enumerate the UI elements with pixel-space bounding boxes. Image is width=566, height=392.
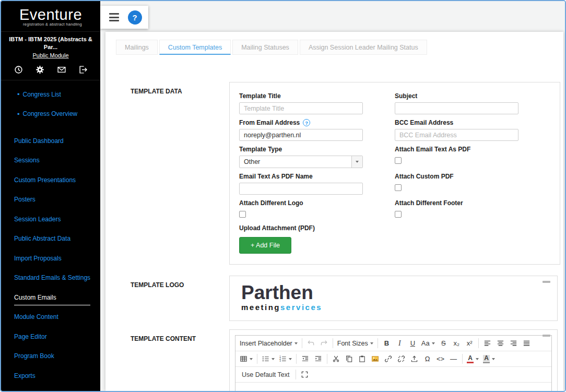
settings-button[interactable] <box>35 64 45 75</box>
tab-bar: Mailings Custom Templates Mailing Status… <box>105 32 563 55</box>
bold-button[interactable]: B <box>380 337 393 350</box>
undo-icon <box>307 339 315 347</box>
parthen-logo: Parthen meetingservices <box>241 283 557 312</box>
subscript-button[interactable]: x₂ <box>450 337 463 350</box>
from-email-help-icon[interactable]: ? <box>303 119 310 126</box>
from-email-input[interactable] <box>239 129 363 141</box>
attach-different-logo-checkbox[interactable] <box>239 211 246 218</box>
indent-button[interactable] <box>312 352 325 365</box>
outdent-button[interactable] <box>299 352 312 365</box>
fullscreen-button[interactable] <box>298 368 311 381</box>
sidebar-item-public-abstract-data[interactable]: Public Abstract Data <box>1 229 100 249</box>
tab-mailing-statuses[interactable]: Mailing Statuses <box>232 40 298 55</box>
toolbar-separator <box>296 354 297 364</box>
sidebar-item-congress-overview[interactable]: Congress Overview <box>1 104 100 124</box>
add-file-button[interactable]: + Add File <box>239 237 291 254</box>
numbered-list-dropdown[interactable]: 123 <box>277 352 294 365</box>
template-content-panel: Insert Placeholder Font Sizes B I U Aa S <box>229 329 558 392</box>
sidebar-item-standard-emails-settings[interactable]: Standard Emails & Settings <box>1 268 100 288</box>
attach-custom-pdf-checkbox[interactable] <box>395 184 402 191</box>
template-title-input[interactable] <box>239 102 363 114</box>
upload-button[interactable] <box>408 352 421 365</box>
toolbar-separator <box>378 338 378 348</box>
fullscreen-icon <box>301 371 309 378</box>
superscript-button[interactable]: x² <box>463 337 476 350</box>
background-color-button[interactable]: A <box>481 352 497 365</box>
attach-different-footer-checkbox[interactable] <box>395 211 402 218</box>
subject-input[interactable] <box>395 102 518 114</box>
collapse-logo-panel-button[interactable] <box>543 281 550 283</box>
sidebar-item-congress-list[interactable]: Congress List <box>1 85 100 104</box>
undo-button[interactable] <box>304 337 317 350</box>
attach-different-logo-label: Attach Different Logo <box>239 199 395 207</box>
tab-custom-templates[interactable]: Custom Templates <box>159 40 231 55</box>
sidebar-item-page-editor[interactable]: Page Editor <box>1 327 100 347</box>
editor-body[interactable] <box>235 383 551 392</box>
field-template-type: Template Type Other <box>239 146 395 168</box>
mail-button[interactable] <box>56 64 67 75</box>
email-text-as-pdf-name-input[interactable] <box>239 183 363 195</box>
text-color-button[interactable]: A <box>465 352 481 365</box>
align-left-icon <box>484 339 491 347</box>
select-caret-button[interactable] <box>351 156 362 168</box>
parthen-logo-sub-dark: meeting <box>241 303 280 312</box>
sidebar-item-exports[interactable]: Exports <box>1 366 100 386</box>
cut-button[interactable] <box>329 352 343 365</box>
chevron-down-icon <box>272 358 275 360</box>
public-module-link[interactable]: Public Module <box>1 52 100 58</box>
history-button[interactable] <box>14 64 24 75</box>
nav-spacer <box>1 124 100 131</box>
tab-assign-session-leader-mailing-status[interactable]: Assign Session Leader Mailing Status <box>300 40 427 55</box>
italic-button[interactable]: I <box>393 337 406 350</box>
collapse-content-panel-button[interactable] <box>543 335 550 337</box>
attach-email-text-as-pdf-label: Attach Email Text As PDF <box>395 146 550 153</box>
help-button[interactable]: ? <box>128 10 142 25</box>
case-change-dropdown[interactable]: Aa <box>419 337 437 350</box>
redo-icon <box>320 339 328 347</box>
copy-button[interactable] <box>343 352 356 365</box>
sidebar-item-custom-presentations[interactable]: Custom Presentations <box>1 170 100 190</box>
logout-button[interactable] <box>78 64 88 75</box>
sidebar-item-session-leaders[interactable]: Session Leaders <box>1 209 100 229</box>
chevron-down-icon <box>250 358 253 360</box>
bcc-email-input[interactable] <box>395 129 518 141</box>
hamburger-menu-button[interactable] <box>107 11 121 23</box>
email-text-as-pdf-name-label: Email Text As PDF Name <box>239 173 395 180</box>
align-justify-button[interactable] <box>520 337 533 350</box>
insert-placeholder-dropdown[interactable]: Insert Placeholder <box>238 337 300 350</box>
template-content-section: TEMPLATE CONTENT Insert Placeholder Font… <box>105 329 563 392</box>
align-right-button[interactable] <box>507 337 520 350</box>
unlink-button[interactable] <box>395 352 408 365</box>
sidebar-item-sessions[interactable]: Sessions <box>1 151 100 171</box>
strikethrough-button[interactable]: S <box>437 337 450 350</box>
sidebar-item-module-content[interactable]: Module Content <box>1 307 100 327</box>
link-button[interactable] <box>382 352 395 365</box>
toolbar-separator <box>302 338 302 348</box>
redo-button[interactable] <box>317 337 331 350</box>
congress-name: IBTM - IBTM 2025 (Abstracts & Par... <box>1 35 100 51</box>
underline-button[interactable]: U <box>406 337 419 350</box>
sidebar-item-public-dashboard[interactable]: Public Dashboard <box>1 131 100 151</box>
sidebar-item-import-proposals[interactable]: Import Proposals <box>1 248 100 268</box>
bullet-list-dropdown[interactable] <box>260 352 277 365</box>
code-button[interactable]: <> <box>434 352 447 365</box>
tab-mailings[interactable]: Mailings <box>116 40 158 55</box>
hamburger-menu-icon <box>109 13 119 15</box>
align-center-button[interactable] <box>494 337 507 350</box>
special-character-button[interactable]: Ω <box>421 352 434 365</box>
sidebar-item-posters[interactable]: Posters <box>1 190 100 210</box>
table-dropdown[interactable] <box>238 352 255 365</box>
paste-button[interactable] <box>356 352 369 365</box>
horizontal-rule-button[interactable]: — <box>447 352 460 365</box>
font-sizes-dropdown[interactable]: Font Sizes <box>335 337 375 350</box>
align-left-button[interactable] <box>481 337 494 350</box>
sidebar-item-custom-emails[interactable]: Custom Emails <box>1 288 100 307</box>
attach-email-text-as-pdf-checkbox[interactable] <box>395 157 402 164</box>
template-type-select[interactable]: Other <box>239 156 363 168</box>
sidebar-item-program-book[interactable]: Program Book <box>1 347 100 366</box>
use-default-text-button[interactable]: Use Default Text <box>238 368 293 381</box>
toolbar-separator <box>462 354 463 364</box>
mail-icon <box>57 65 66 74</box>
insert-image-button[interactable] <box>369 352 382 365</box>
attach-different-footer-label: Attach Different Footer <box>395 199 550 207</box>
